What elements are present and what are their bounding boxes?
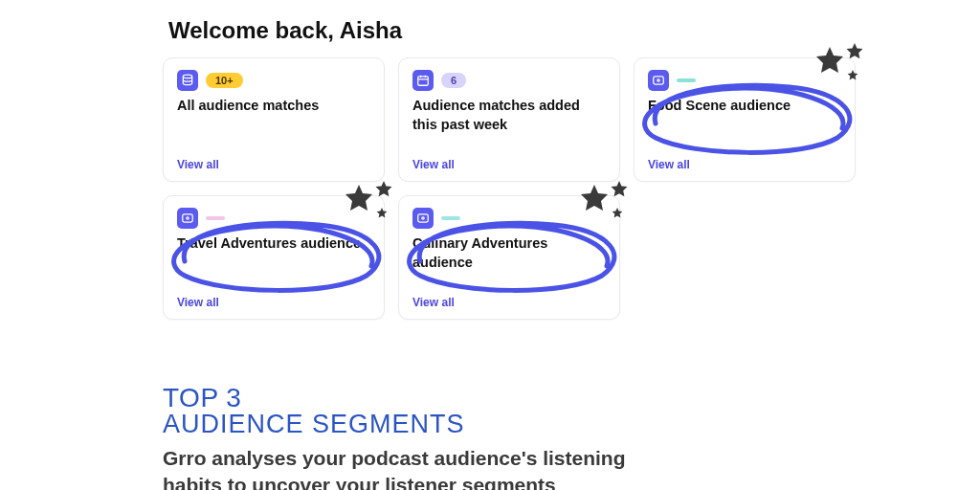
svg-point-3 [657, 79, 659, 81]
view-all-link[interactable]: View all [648, 158, 841, 171]
view-all-link[interactable]: View all [412, 296, 606, 309]
card-food-scene[interactable]: Food Scene audience View all [634, 57, 856, 182]
view-all-link[interactable]: View all [177, 296, 370, 309]
badge-count [677, 78, 696, 82]
svg-point-7 [422, 217, 424, 219]
view-all-link[interactable]: View all [177, 158, 370, 171]
badge-count: 6 [441, 73, 466, 88]
card-title: Audience matches added this past week [412, 97, 606, 134]
section-top3: TOP 3 AUDIENCE SEGMENTS Grro analyses yo… [163, 383, 660, 490]
view-all-link[interactable]: View all [412, 158, 606, 171]
svg-rect-1 [418, 77, 429, 85]
cards-grid: 10+ All audience matches View all 6 Audi… [163, 57, 980, 320]
section-heading: AUDIENCE SEGMENTS [163, 410, 660, 439]
calendar-icon [412, 70, 434, 91]
card-travel-adventures[interactable]: Travel Adventures audience View all [163, 195, 385, 320]
badge-count [441, 216, 460, 220]
badge-count: 10+ [206, 73, 243, 88]
card-culinary-adventures[interactable]: Culinary Adventures audience View all [398, 195, 620, 320]
svg-rect-4 [183, 214, 193, 222]
svg-rect-6 [418, 214, 429, 222]
card-recent-matches[interactable]: 6 Audience matches added this past week … [398, 57, 620, 182]
card-title: Travel Adventures audience [177, 234, 370, 254]
card-all-matches[interactable]: 10+ All audience matches View all [163, 57, 385, 182]
database-icon [177, 70, 198, 91]
card-title: All audience matches [177, 97, 370, 116]
audience-icon [177, 208, 198, 229]
svg-point-0 [183, 75, 191, 78]
badge-count [206, 216, 225, 220]
audience-icon [648, 70, 669, 91]
audience-icon [412, 208, 434, 229]
svg-point-5 [187, 217, 189, 219]
svg-rect-2 [654, 77, 664, 84]
card-title: Culinary Adventures audience [412, 234, 606, 272]
welcome-heading: Welcome back, Aisha [168, 17, 980, 44]
section-blurb: Grro analyses your podcast audience's li… [163, 445, 660, 490]
card-title: Food Scene audience [648, 97, 841, 116]
